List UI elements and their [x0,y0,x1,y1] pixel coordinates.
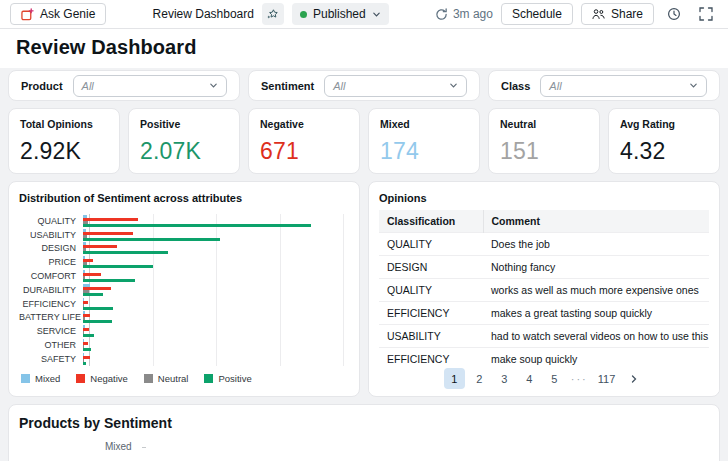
page-button-1[interactable]: 1 [444,368,465,389]
kpi-value: 671 [260,138,348,165]
chart-row-safety: SAFETY [19,352,349,366]
filter-label: Sentiment [261,80,314,92]
legend-label: Negative [90,373,128,384]
page-button-117[interactable]: 117 [594,368,620,389]
next-page-button[interactable] [623,368,644,389]
category-label: OTHER [19,340,83,350]
table-row[interactable]: USABILITYhad to watch several videos on … [379,325,709,348]
widgets-row: Distribution of Sentiment across attribu… [8,181,720,397]
table-row[interactable]: QUALITYDoes the job [379,233,709,256]
table-row[interactable]: DESIGNNothing fancy [379,256,709,279]
filter-label: Class [501,80,530,92]
refresh-control[interactable]: 3m ago [435,7,493,21]
table-cell: works as well as much more expensive one… [483,279,709,302]
pagination-ellipsis: ··· [569,373,590,385]
kpi-value: 174 [380,138,468,165]
topbar-right: 3m ago Schedule Share [435,2,718,26]
category-label: QUALITY [19,216,83,226]
table-cell: Nothing fancy [483,256,709,279]
kpi-label: Negative [260,118,348,130]
page-button-3[interactable]: 3 [494,368,515,389]
category-label: BATTERY LIFE [19,312,83,322]
table-cell: had to watch several videos on how to us… [483,325,709,348]
topbar-center: Review Dashboard Published [153,3,389,25]
category-label: COMFORT [19,271,83,281]
share-people-icon [592,8,605,20]
opinions-title: Opinions [379,192,709,204]
chart-legend: MixedNegativeNeutralPositive [19,373,349,384]
bar-group [83,339,343,351]
table-header-row: ClassificationComment [379,210,709,233]
distribution-chart-card: Distribution of Sentiment across attribu… [8,181,360,397]
bar-negative [83,218,138,221]
bar-positive [83,251,168,254]
products-chart-title: Products by Sentiment [19,415,709,431]
category-label: SAFETY [19,354,83,364]
publish-status-dropdown[interactable]: Published [292,3,389,25]
legend-item-mixed: Mixed [21,373,60,384]
history-button[interactable] [662,2,686,26]
bar-group [83,325,343,337]
dashboard-canvas: ProductAllSentimentAllClassAll Total Opi… [0,68,728,461]
legend-item-positive: Positive [204,373,251,384]
category-label: USABILITY [19,230,83,240]
chevron-down-icon [372,10,381,19]
opinions-table: ClassificationComment QUALITYDoes the jo… [379,210,709,368]
distribution-chart[interactable]: QUALITYUSABILITYDESIGNPRICECOMFORTDURABI… [19,214,349,366]
favorite-star-button[interactable] [262,3,284,25]
table-cell: QUALITY [379,233,483,256]
legend-label: Positive [218,373,251,384]
chart-row-comfort: COMFORT [19,269,349,283]
legend-swatch-icon [144,374,153,383]
chart-row-service: SERVICE [19,324,349,338]
legend-swatch-icon [204,374,213,383]
kpi-label: Total Opinions [20,118,108,130]
table-row[interactable]: QUALITYworks as well as much more expens… [379,279,709,302]
bar-positive [83,307,113,310]
page-button-2[interactable]: 2 [469,368,490,389]
chart-row-efficiency: EFFICIENCY [19,297,349,311]
bar-group [83,256,343,268]
kpi-label: Avg Rating [620,118,708,130]
filter-select-product[interactable]: All [73,75,227,97]
filter-select-sentiment[interactable]: All [324,75,467,97]
bar-positive [83,293,103,296]
page-button-5[interactable]: 5 [544,368,565,389]
chart-row-other: OTHER [19,338,349,352]
filter-row: ProductAllSentimentAllClassAll [8,70,720,101]
bar-group [83,229,343,241]
ask-genie-button[interactable]: Ask Genie [10,3,106,25]
fullscreen-button[interactable] [694,2,718,26]
kpi-value: 2.07K [140,138,228,165]
schedule-button[interactable]: Schedule [501,3,573,25]
bar-negative [83,273,101,276]
table-cell: makes a great tasting soup quickly [483,302,709,325]
chart-row-durability: DURABILITY [19,283,349,297]
title-band: Review Dashboard [0,29,728,68]
column-header: Comment [483,210,709,233]
share-button[interactable]: Share [581,3,654,25]
filter-selected-value: All [333,80,345,92]
page-title: Review Dashboard [16,36,712,59]
publish-status-label: Published [313,7,366,21]
last-refreshed-label: 3m ago [453,7,493,21]
bar-group [83,242,343,254]
products-chart[interactable] [195,433,711,461]
legend-swatch-icon [21,374,30,383]
kpi-card-avg-rating: Avg Rating4.32 [608,108,720,174]
products-chart-card: Products by Sentiment Mixed [8,404,720,461]
legend-swatch-icon [76,374,85,383]
kpi-label: Neutral [500,118,588,130]
legend-label: Neutral [158,373,189,384]
kpi-label: Positive [140,118,228,130]
chart-row-price: PRICE [19,255,349,269]
kpi-value: 2.92K [20,138,108,165]
table-row[interactable]: EFFICIENCYmakes a great tasting soup qui… [379,302,709,325]
category-label: SERVICE [19,326,83,336]
filter-select-class[interactable]: All [540,75,707,97]
bar-positive [83,279,135,282]
bar-group [83,270,343,282]
bar-positive [83,348,91,351]
kpi-row: Total Opinions2.92KPositive2.07KNegative… [8,108,720,174]
page-button-4[interactable]: 4 [519,368,540,389]
